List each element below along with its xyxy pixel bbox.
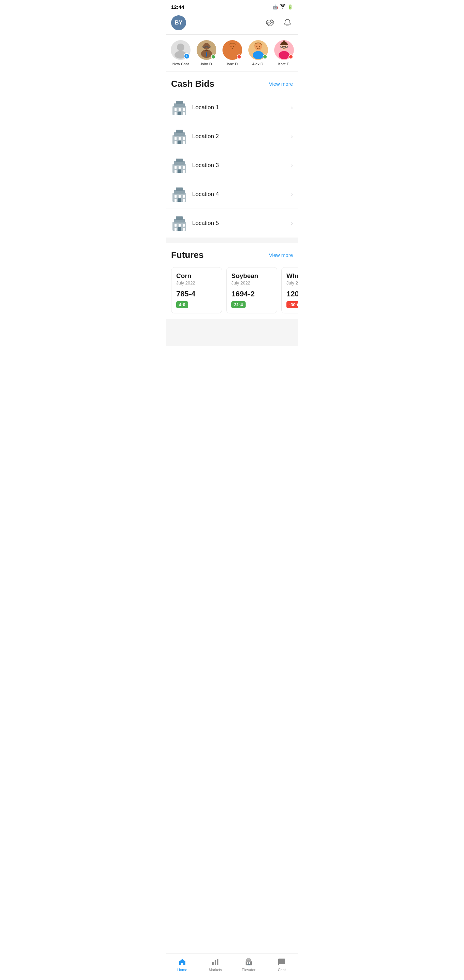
futures-view-more[interactable]: View more: [269, 252, 293, 258]
handshake-button[interactable]: [264, 18, 276, 28]
futures-header: Futures View more: [166, 243, 298, 264]
svg-rect-47: [183, 166, 185, 169]
nav-chat-label: Chat: [278, 968, 286, 972]
wheat-commodity: Wheat: [286, 272, 298, 280]
contact-name-alex: Alex D.: [252, 62, 264, 66]
corn-month: July 2022: [176, 280, 217, 285]
svg-rect-58: [183, 199, 185, 202]
wheat-price: 1200-: [286, 290, 298, 298]
location-item-1[interactable]: Location 1 ›: [166, 93, 298, 122]
corn-price: 785-4: [176, 290, 217, 298]
chat-icon: [277, 958, 286, 966]
nav-markets-label: Markets: [209, 968, 222, 972]
user-avatar[interactable]: BY: [171, 15, 186, 30]
svg-rect-74: [247, 958, 250, 960]
svg-rect-55: [179, 195, 181, 198]
jane-avatar-wrap: [222, 40, 242, 60]
svg-rect-67: [183, 228, 185, 231]
markets-icon: [211, 958, 220, 966]
svg-rect-77: [248, 964, 250, 966]
svg-rect-31: [183, 112, 185, 115]
contact-new-chat[interactable]: + New Chat: [168, 39, 193, 67]
contact-name-kate: Kate P.: [278, 62, 290, 66]
svg-rect-7: [206, 52, 207, 54]
cash-bids-title: Cash Bids: [171, 79, 214, 89]
futures-section: Futures View more Corn July 2022 785-4 4…: [166, 243, 298, 319]
header: BY: [166, 13, 298, 35]
android-icon: 🤖: [272, 5, 278, 10]
svg-rect-70: [215, 960, 216, 965]
svg-rect-48: [175, 170, 176, 173]
svg-rect-50: [178, 169, 181, 173]
contact-kate-p[interactable]: Kate P.: [272, 39, 296, 67]
location-5-chevron: ›: [291, 220, 293, 227]
contact-name-new-chat: New Chat: [172, 62, 189, 66]
svg-point-23: [279, 51, 289, 59]
svg-rect-59: [178, 198, 181, 202]
location-1-name: Location 1: [192, 104, 291, 111]
svg-rect-49: [183, 170, 185, 173]
status-icons: 🤖 🔋: [272, 5, 293, 10]
svg-rect-46: [179, 166, 181, 169]
soybean-commodity: Soybean: [231, 272, 272, 280]
nav-markets[interactable]: Markets: [199, 956, 232, 973]
location-item-3[interactable]: Location 3 ›: [166, 151, 298, 180]
svg-rect-39: [175, 141, 176, 144]
contact-john-d[interactable]: John D.: [194, 39, 219, 67]
wheat-month: July 2022: [286, 280, 298, 285]
svg-rect-40: [183, 141, 185, 144]
location-5-icon: [171, 215, 188, 231]
svg-point-2: [203, 43, 210, 50]
futures-card-wheat[interactable]: Wheat July 2022 1200- -30-6: [281, 267, 298, 313]
svg-rect-69: [212, 962, 214, 965]
nav-home[interactable]: Home: [166, 956, 199, 973]
svg-rect-57: [175, 199, 176, 202]
svg-point-20: [283, 40, 285, 43]
elevator-icon: [244, 958, 253, 966]
location-2-name: Location 2: [192, 133, 291, 140]
cash-bids-section: Cash Bids View more Location 1 ›: [166, 72, 298, 237]
notifications-button[interactable]: [282, 18, 293, 28]
cash-bids-view-more[interactable]: View more: [269, 81, 293, 87]
svg-rect-36: [175, 137, 176, 140]
svg-rect-32: [178, 111, 181, 115]
bottom-nav: Home Markets Elevator: [166, 953, 298, 980]
location-item-2[interactable]: Location 2 ›: [166, 122, 298, 151]
contact-name-jane: Jane D.: [226, 62, 239, 66]
svg-rect-56: [183, 195, 185, 198]
svg-rect-37: [179, 137, 181, 140]
john-status-dot: [211, 54, 216, 59]
contact-jane-d[interactable]: Jane D.: [220, 39, 245, 67]
location-3-chevron: ›: [291, 162, 293, 169]
wifi-icon: [280, 5, 285, 10]
svg-rect-27: [175, 108, 176, 111]
svg-rect-38: [183, 137, 185, 140]
corn-commodity: Corn: [176, 272, 217, 280]
svg-rect-28: [179, 108, 181, 111]
contact-alex-d[interactable]: Alex D.: [246, 39, 270, 67]
futures-card-soybean[interactable]: Soybean July 2022 1694-2 31-4: [226, 267, 277, 313]
battery-icon: 🔋: [288, 5, 293, 10]
nav-elevator[interactable]: Elevator: [232, 956, 265, 973]
location-4-icon: [171, 186, 188, 202]
nav-chat[interactable]: Chat: [265, 956, 299, 973]
futures-card-corn[interactable]: Corn July 2022 785-4 4-0: [171, 267, 222, 313]
svg-rect-68: [178, 227, 181, 231]
location-item-4[interactable]: Location 4 ›: [166, 180, 298, 209]
jane-status-dot: [237, 54, 242, 59]
new-chat-avatar-wrap: +: [171, 40, 191, 60]
status-time: 12:44: [171, 4, 184, 10]
location-2-chevron: ›: [291, 133, 293, 140]
header-icons: [264, 18, 293, 28]
location-2-icon: [171, 128, 188, 145]
location-3-name: Location 3: [192, 162, 291, 169]
svg-rect-63: [175, 224, 176, 227]
svg-rect-64: [179, 224, 181, 227]
location-item-5[interactable]: Location 5 ›: [166, 209, 298, 237]
contacts-row: + New Chat: [166, 35, 298, 72]
location-1-chevron: ›: [291, 104, 293, 111]
location-4-chevron: ›: [291, 191, 293, 198]
svg-rect-76: [249, 962, 250, 964]
svg-rect-29: [183, 108, 185, 111]
svg-rect-53: [176, 188, 183, 191]
